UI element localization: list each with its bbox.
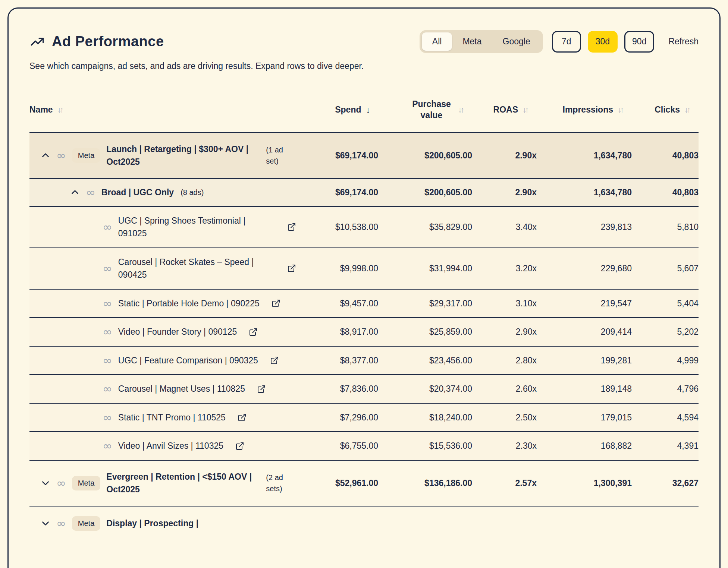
meta-infinity-icon: ∞: [56, 150, 66, 161]
spend-value: $69,174.00: [296, 151, 378, 161]
campaign-name: Display | Prospecting |: [106, 517, 198, 530]
range-button-30d[interactable]: 30d: [588, 31, 618, 53]
chevron-up-icon[interactable]: [41, 151, 50, 160]
table-row-ad: ∞Carousel | Rocket Skates – Speed | 0904…: [29, 247, 699, 289]
sort-icon: ↓↑: [523, 105, 529, 114]
column-label: ROAS: [493, 105, 518, 115]
range-button-90d[interactable]: 90d: [624, 31, 654, 53]
impressions-value: 229,680: [537, 264, 632, 274]
sort-icon: ↓↑: [618, 105, 624, 114]
name-cell: ∞Static | Portable Hole Demo | 090225: [29, 297, 296, 310]
clicks-value: 40,803: [632, 151, 699, 161]
table-row-ad: ∞Static | TNT Promo | 110525$7,296.00$18…: [29, 403, 699, 432]
ad-name: Video | Anvil Sizes | 110325: [118, 439, 223, 452]
platform-badge: Meta: [72, 476, 100, 490]
roas-value: 2.50x: [472, 413, 537, 423]
meta-infinity-icon: ∞: [103, 298, 112, 309]
roas-value: 2.60x: [472, 384, 537, 394]
external-link-icon[interactable]: [249, 328, 258, 337]
impressions-value: 209,414: [537, 327, 632, 337]
table-row-adset[interactable]: ∞Broad | UGC Only(8 ads)$69,174.00$200,6…: [29, 178, 699, 206]
sort-desc-icon: ↓: [366, 104, 371, 115]
chevron-up-icon[interactable]: [70, 187, 80, 197]
name-cell: ∞Carousel | Rocket Skates – Speed | 0904…: [29, 256, 296, 281]
external-link-icon[interactable]: [238, 413, 247, 422]
chevron-down-icon[interactable]: [41, 478, 50, 488]
spend-value: $10,538.00: [296, 222, 378, 232]
campaign-name: Launch | Retargeting | $300+ AOV | Oct20…: [106, 143, 255, 168]
spend-value: $8,917.00: [296, 327, 378, 337]
ad-name: Static | TNT Promo | 110525: [118, 411, 226, 424]
clicks-value: 5,810: [632, 222, 699, 232]
column-label: Impressions: [563, 105, 614, 115]
sort-icon: ↓↑: [684, 105, 691, 114]
roas-value: 2.90x: [472, 327, 537, 337]
purchase-value: $18,240.00: [378, 413, 472, 423]
column-header-purchase-value[interactable]: Purchase value↓↑: [370, 99, 464, 121]
purchase-value: $20,374.00: [378, 384, 472, 394]
spend-value: $7,296.00: [296, 413, 378, 423]
spend-value: $7,836.00: [296, 384, 378, 394]
column-header-impressions[interactable]: Impressions↓↑: [529, 105, 624, 115]
clicks-value: 4,594: [632, 413, 699, 423]
roas-value: 3.20x: [472, 264, 537, 274]
spend-value: $6,755.00: [296, 441, 378, 451]
table-row-campaign[interactable]: ∞MetaLaunch | Retargeting | $300+ AOV | …: [29, 132, 699, 178]
purchase-value: $200,605.00: [378, 187, 472, 198]
sort-icon: ↓↑: [57, 105, 64, 114]
platform-badge: Meta: [72, 516, 100, 531]
external-link-icon[interactable]: [270, 356, 279, 365]
table-row-ad: ∞UGC | Feature Comparison | 090325$8,377…: [29, 346, 699, 375]
roas-value: 2.30x: [472, 441, 537, 451]
sort-icon: ↓↑: [458, 105, 464, 114]
external-link-icon[interactable]: [257, 385, 266, 394]
column-header-spend[interactable]: Spend↓: [288, 104, 370, 115]
clicks-value: 4,391: [632, 441, 699, 451]
platform-filter-all[interactable]: All: [422, 32, 452, 51]
impressions-value: 1,300,391: [537, 478, 632, 488]
roas-value: 3.10x: [472, 299, 537, 309]
platform-filter-meta[interactable]: Meta: [452, 32, 492, 51]
meta-infinity-icon: ∞: [86, 187, 95, 198]
external-link-icon[interactable]: [235, 442, 244, 451]
purchase-value: $136,186.00: [378, 478, 472, 488]
external-link-icon[interactable]: [287, 264, 296, 273]
name-cell: ∞UGC | Spring Shoes Testimonial | 091025: [29, 214, 296, 240]
column-header-roas[interactable]: ROAS↓↑: [464, 105, 529, 115]
column-label: Spend: [335, 105, 361, 115]
ad-name: UGC | Spring Shoes Testimonial | 091025: [118, 214, 275, 240]
table-row-ad: ∞Video | Anvil Sizes | 110325$6,755.00$1…: [29, 431, 699, 460]
chevron-down-icon[interactable]: [41, 518, 50, 528]
table-row-campaign[interactable]: ∞MetaEvergreen | Retention | <$150 AOV |…: [29, 460, 699, 506]
name-cell: ∞MetaDisplay | Prospecting |: [29, 516, 296, 531]
meta-infinity-icon: ∞: [103, 412, 112, 423]
name-cell: ∞MetaLaunch | Retargeting | $300+ AOV | …: [29, 143, 296, 168]
header-controls: AllMetaGoogle 7d30d90d Refresh: [420, 30, 699, 53]
purchase-value: $15,536.00: [378, 441, 472, 451]
external-link-icon[interactable]: [287, 223, 296, 231]
ad-name: UGC | Feature Comparison | 090325: [118, 354, 258, 367]
impressions-value: 219,547: [537, 299, 632, 309]
ads-count: (8 ads): [181, 188, 204, 197]
adset-name: Broad | UGC Only: [101, 187, 174, 198]
header-bar: Ad Performance AllMetaGoogle 7d30d90d Re…: [29, 30, 699, 53]
table-row-campaign[interactable]: ∞MetaDisplay | Prospecting |: [29, 506, 699, 540]
platform-badge: Meta: [72, 148, 100, 163]
column-label: Name: [29, 105, 53, 115]
platform-filter-google[interactable]: Google: [492, 32, 541, 51]
purchase-value: $23,456.00: [378, 356, 472, 366]
purchase-value: $200,605.00: [378, 151, 472, 161]
name-cell: ∞Video | Founder Story | 090125: [29, 325, 296, 338]
column-header-name[interactable]: Name↓↑: [29, 105, 288, 115]
external-link-icon[interactable]: [272, 299, 280, 308]
refresh-button[interactable]: Refresh: [668, 37, 699, 47]
meta-infinity-icon: ∞: [103, 326, 112, 338]
impressions-value: 199,281: [537, 356, 632, 366]
range-button-7d[interactable]: 7d: [552, 31, 581, 53]
table-header-row: Name↓↑Spend↓Purchase value↓↑ROAS↓↑Impres…: [29, 99, 699, 132]
meta-infinity-icon: ∞: [56, 518, 66, 529]
table-row-ad: ∞Carousel | Magnet Uses | 110825$7,836.0…: [29, 374, 699, 403]
meta-infinity-icon: ∞: [103, 355, 112, 366]
column-header-clicks[interactable]: Clicks↓↑: [624, 105, 691, 115]
impressions-value: 1,634,780: [537, 187, 632, 198]
